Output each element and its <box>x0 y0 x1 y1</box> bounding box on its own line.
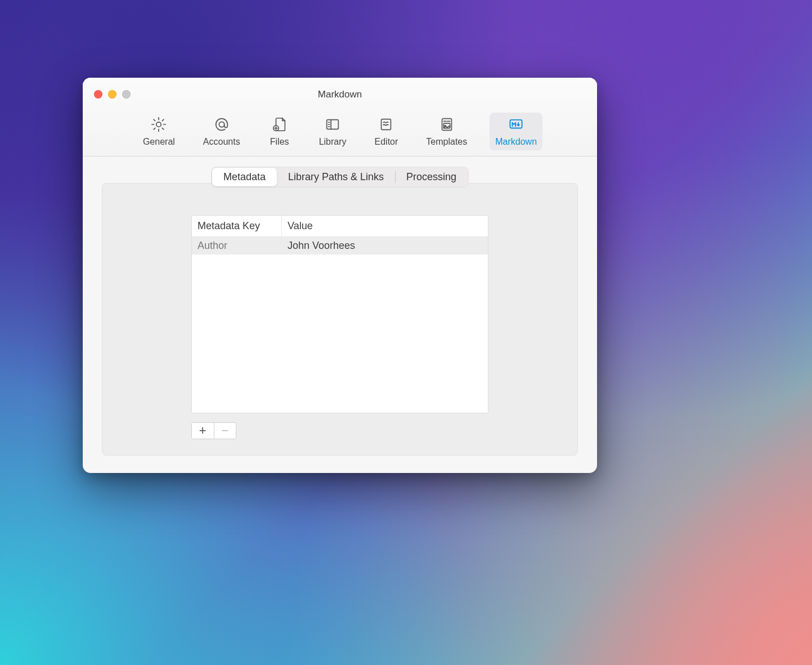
table-row[interactable]: Author John Voorhees <box>192 237 488 255</box>
titlebar: Markdown General Accounts <box>83 78 597 157</box>
subtab-label: Library Paths & Links <box>288 171 384 182</box>
remove-row-button[interactable]: − <box>214 423 236 439</box>
gear-icon <box>150 116 167 133</box>
subtab-processing[interactable]: Processing <box>395 168 468 186</box>
editor-lines-icon <box>378 116 394 133</box>
toolbar-tab-label: Library <box>319 137 347 147</box>
markdown-icon <box>508 116 524 133</box>
content-area: Metadata Library Paths & Links Processin… <box>83 157 597 473</box>
metadata-panel: Metadata Key Value Author John Voorhees … <box>102 183 578 456</box>
preferences-toolbar: General Accounts Files <box>83 113 597 150</box>
file-plus-icon <box>271 116 288 133</box>
window-title: Markdown <box>83 89 597 100</box>
toolbar-tab-templates[interactable]: Templates <box>420 113 473 150</box>
cell-key[interactable]: Author <box>192 237 282 255</box>
subtab-label: Processing <box>406 171 456 182</box>
svg-rect-8 <box>382 119 391 130</box>
subtab-paths[interactable]: Library Paths & Links <box>277 168 395 186</box>
svg-point-1 <box>219 122 224 127</box>
toolbar-tab-label: Files <box>270 137 289 147</box>
add-row-button[interactable]: + <box>192 423 214 439</box>
table-header: Metadata Key Value <box>192 216 488 237</box>
toolbar-tab-files[interactable]: Files <box>263 113 297 150</box>
toolbar-tab-editor[interactable]: Editor <box>369 113 404 150</box>
toolbar-tab-label: Templates <box>426 137 467 147</box>
toolbar-tab-label: Markdown <box>495 137 537 147</box>
svg-point-0 <box>156 122 161 127</box>
template-icon <box>438 116 455 133</box>
toolbar-tab-label: General <box>143 137 175 147</box>
column-header-value[interactable]: Value <box>282 216 488 236</box>
sidebar-icon <box>324 116 341 133</box>
subtab-segmented-control: Metadata Library Paths & Links Processin… <box>211 167 469 188</box>
cell-value[interactable]: John Voorhees <box>282 237 488 255</box>
preferences-window: Markdown General Accounts <box>83 78 597 473</box>
toolbar-tab-general[interactable]: General <box>137 113 181 150</box>
table-empty-area[interactable] <box>192 255 488 413</box>
toolbar-tab-markdown[interactable]: Markdown <box>490 113 542 150</box>
toolbar-tab-label: Editor <box>375 137 398 147</box>
metadata-table[interactable]: Metadata Key Value Author John Voorhees <box>191 215 488 413</box>
toolbar-tab-library[interactable]: Library <box>313 113 352 150</box>
toolbar-tab-label: Accounts <box>203 137 240 147</box>
desktop-background: Markdown General Accounts <box>0 0 812 665</box>
row-button-group: + − <box>191 422 236 439</box>
subtab-label: Metadata <box>223 171 266 182</box>
toolbar-tab-accounts[interactable]: Accounts <box>198 113 246 150</box>
at-icon <box>213 116 230 133</box>
subtab-metadata[interactable]: Metadata <box>212 168 277 186</box>
column-header-key[interactable]: Metadata Key <box>192 216 282 236</box>
